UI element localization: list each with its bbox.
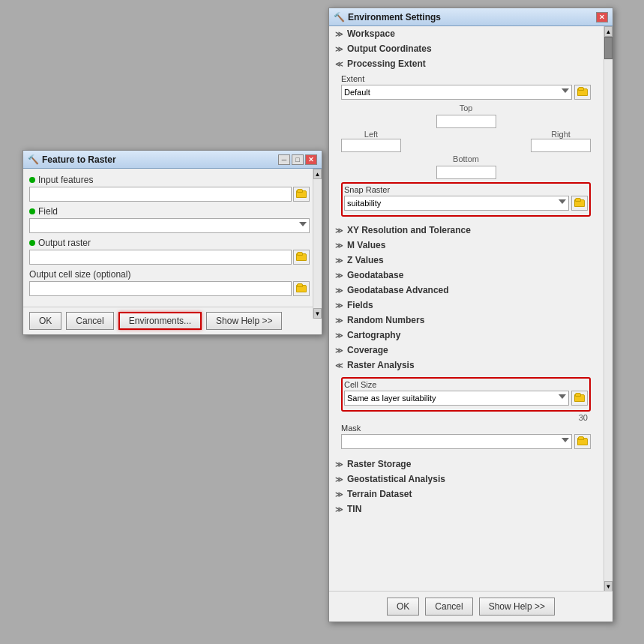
show-help-button[interactable]: Show Help >> [206, 312, 282, 330]
input-features-row: Input features [29, 175, 310, 202]
workspace-label: Workspace [347, 28, 395, 39]
workspace-section[interactable]: ≫ Workspace [329, 26, 603, 41]
processing-extent-label: Processing Extent [347, 58, 426, 69]
output-raster-indicator [29, 240, 35, 246]
left-input[interactable] [341, 139, 401, 152]
geodatabase-label: Geodatabase [347, 270, 403, 280]
env-cancel-button[interactable]: Cancel [425, 598, 472, 616]
geodatabase-section[interactable]: ≫ Geodatabase [329, 268, 603, 283]
cartography-expand-icon: ≫ [335, 331, 344, 340]
z-values-expand-icon: ≫ [335, 256, 344, 265]
coverage-label: Coverage [347, 345, 388, 355]
raster-storage-section[interactable]: ≫ Raster Storage [329, 457, 603, 472]
env-scroll-thumb[interactable] [604, 37, 613, 59]
field-label: Field [38, 206, 58, 217]
environments-button[interactable]: Environments... [118, 312, 202, 330]
close-button[interactable]: ✕ [305, 154, 317, 165]
env-show-help-button[interactable]: Show Help >> [479, 598, 555, 616]
feature-scrollbar[interactable]: ▲ ▼ [313, 169, 322, 319]
feature-dialog-controls: ─ □ ✕ [278, 154, 317, 165]
cancel-button[interactable]: Cancel [66, 312, 113, 330]
env-scrollbar[interactable]: ▲ ▼ [604, 26, 613, 592]
top-input[interactable] [436, 115, 496, 128]
left-label: Left [364, 130, 378, 139]
env-close-button[interactable]: ✕ [596, 12, 608, 22]
extent-row: Default [341, 85, 591, 100]
snap-raster-select[interactable]: suitability [344, 196, 569, 211]
random-numbers-label: Random Numbers [347, 315, 424, 325]
processing-extent-header[interactable]: ≪ Processing Extent [329, 56, 603, 71]
cell-size-dropdown-row: Same as layer suitability [344, 391, 588, 406]
fields-section[interactable]: ≫ Fields [329, 298, 603, 313]
env-scroll-down[interactable]: ▼ [604, 581, 613, 592]
input-features-indicator [29, 177, 35, 183]
tool-icon: 🔨 [28, 154, 39, 165]
right-label: Right [551, 130, 571, 139]
snap-raster-label: Snap Raster [344, 185, 588, 194]
bottom-input[interactable] [436, 166, 496, 179]
terrain-dataset-expand-icon: ≫ [335, 490, 344, 499]
raster-storage-label: Raster Storage [347, 459, 411, 469]
m-values-section[interactable]: ≫ M Values [329, 238, 603, 253]
env-tool-icon: 🔨 [334, 12, 345, 22]
fields-expand-icon: ≫ [335, 301, 344, 310]
mask-label: Mask [341, 424, 591, 433]
cell-size-dropdown[interactable]: Same as layer suitability [344, 391, 569, 406]
environment-settings-dialog: 🔨 Environment Settings ✕ ▲ ▼ ≫ Workspace… [328, 7, 613, 622]
extent-label: Extent [341, 74, 591, 83]
extent-browse[interactable] [574, 85, 591, 100]
mask-browse[interactable] [574, 434, 591, 449]
tin-section[interactable]: ≫ TIN [329, 502, 603, 517]
cell-size-browse[interactable] [293, 281, 310, 296]
extent-select[interactable]: Default [341, 85, 572, 100]
cell-size-input[interactable] [29, 281, 292, 296]
output-raster-browse[interactable] [293, 250, 310, 265]
field-select[interactable] [29, 218, 310, 233]
raster-storage-expand-icon: ≫ [335, 460, 344, 469]
cell-size-label: Output cell size (optional) [29, 269, 130, 280]
snap-raster-browse[interactable] [571, 196, 588, 211]
raster-analysis-section: ≪ Raster Analysis Cell Size Same as laye… [329, 358, 603, 457]
raster-cell-size-label: Cell Size [344, 380, 588, 389]
scroll-up[interactable]: ▲ [313, 169, 322, 179]
processing-extent-content: Extent Default Top [329, 71, 603, 223]
fields-label: Fields [347, 300, 373, 310]
snap-raster-folder-icon [574, 199, 585, 207]
mask-select[interactable] [341, 434, 572, 449]
terrain-dataset-section[interactable]: ≫ Terrain Dataset [329, 487, 603, 502]
z-values-section[interactable]: ≫ Z Values [329, 253, 603, 268]
cell-size-number: 30 [341, 413, 591, 422]
folder-icon [296, 190, 307, 198]
right-input[interactable] [531, 139, 591, 152]
m-values-expand-icon: ≫ [335, 241, 344, 250]
output-coordinates-section[interactable]: ≫ Output Coordinates [329, 41, 603, 56]
geodatabase-advanced-section[interactable]: ≫ Geodatabase Advanced [329, 283, 603, 298]
processing-extent-section: ≪ Processing Extent Extent Default [329, 56, 603, 223]
feature-dialog-titlebar: 🔨 Feature to Raster ─ □ ✕ [23, 151, 322, 169]
maximize-button[interactable]: □ [292, 154, 304, 165]
input-features-browse[interactable] [293, 187, 310, 202]
output-raster-input[interactable] [29, 250, 292, 265]
cell-size-browse-btn[interactable] [571, 391, 588, 406]
minimize-button[interactable]: ─ [278, 154, 290, 165]
geostatistical-analysis-section[interactable]: ≫ Geostatistical Analysis [329, 472, 603, 487]
cell-size-folder-icon [574, 394, 585, 402]
random-numbers-expand-icon: ≫ [335, 316, 344, 325]
env-ok-button[interactable]: OK [387, 598, 419, 616]
geostatistical-expand-icon: ≫ [335, 475, 344, 484]
extent-folder-icon [577, 88, 588, 96]
raster-analysis-header[interactable]: ≪ Raster Analysis [329, 358, 603, 373]
feature-dialog-title: Feature to Raster [42, 154, 116, 165]
xy-resolution-label: XY Resolution and Tolerance [347, 225, 471, 235]
xy-res-expand-icon: ≫ [335, 226, 344, 235]
scroll-down[interactable]: ▼ [313, 308, 322, 319]
coverage-section[interactable]: ≫ Coverage [329, 343, 603, 358]
cartography-section[interactable]: ≫ Cartography [329, 328, 603, 343]
env-scroll-up[interactable]: ▲ [604, 26, 613, 37]
xy-resolution-section[interactable]: ≫ XY Resolution and Tolerance [329, 223, 603, 238]
geodatabase-expand-icon: ≫ [335, 271, 344, 280]
input-features-input[interactable] [29, 187, 292, 202]
random-numbers-section[interactable]: ≫ Random Numbers [329, 313, 603, 328]
ok-button[interactable]: OK [29, 312, 61, 330]
field-row: Field [29, 206, 310, 233]
